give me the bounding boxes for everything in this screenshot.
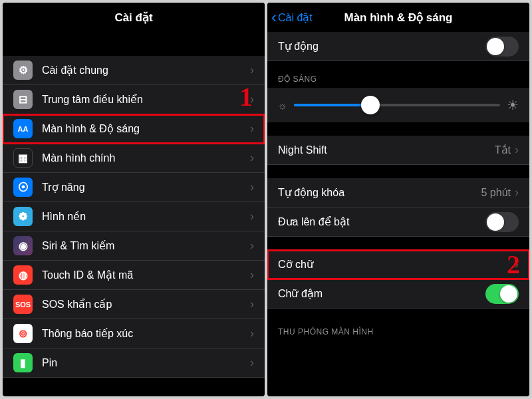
settings-row[interactable]: ▦Màn hình chính›: [3, 144, 265, 173]
settings-row[interactable]: ❁Hình nền›: [3, 202, 265, 231]
brightness-slider-row: ☼ ☀: [267, 88, 529, 122]
row-bold-text[interactable]: Chữ đậm: [267, 279, 529, 309]
settings-root-pane: Cài đặt ⚙Cài đặt chung›⊟Trung tâm điều k…: [3, 3, 265, 396]
row-label: Màn hình chính: [42, 152, 250, 164]
person-icon: ⦿: [13, 178, 33, 197]
row-raise-to-wake[interactable]: Đưa lên để bật: [267, 207, 529, 237]
settings-row[interactable]: ⦿Trợ năng›: [3, 173, 265, 202]
callout-2: 2: [507, 249, 520, 280]
finger-icon: ◍: [13, 265, 33, 285]
row-label: Cỡ chữ: [278, 258, 515, 271]
settings-row[interactable]: ⊚Thông báo tiếp xúc›: [3, 319, 265, 348]
row-auto[interactable]: Tự động: [267, 32, 529, 61]
row-label: SOS khẩn cấp: [42, 298, 250, 311]
chevron-right-icon: ›: [250, 268, 254, 282]
exposure-icon: ⊚: [13, 324, 33, 343]
settings-row[interactable]: ⊟Trung tâm điều khiển›: [3, 85, 265, 114]
row-label: Thông báo tiếp xúc: [42, 327, 250, 340]
row-label: Đưa lên để bật: [278, 215, 485, 228]
display-brightness-pane: ‹ Cài đặt Màn hình & Độ sáng Tự động ĐỘ …: [267, 3, 529, 396]
brightness-slider[interactable]: [294, 104, 500, 106]
row-label: Cài đặt chung: [42, 64, 250, 76]
row-label: Hình nền: [42, 210, 250, 223]
chevron-right-icon: ›: [250, 209, 254, 223]
settings-row[interactable]: AAMàn hình & Độ sáng›: [3, 114, 265, 144]
page-title: Cài đặt: [114, 11, 152, 25]
row-label: Touch ID & Mật mã: [42, 269, 250, 281]
row-label: Night Shift: [278, 144, 495, 156]
flower-icon: ❁: [13, 207, 33, 226]
chevron-right-icon: ›: [515, 186, 519, 200]
chevron-right-icon: ›: [250, 63, 254, 77]
row-label: Chữ đậm: [278, 287, 485, 300]
row-label: Trung tâm điều khiển: [42, 93, 250, 106]
row-text-size[interactable]: Cỡ chữ ›: [267, 250, 529, 279]
row-label: Tự động: [278, 40, 485, 53]
navbar-right: ‹ Cài đặt Màn hình & Độ sáng: [267, 3, 529, 32]
row-detail: Tắt: [495, 144, 511, 156]
settings-row[interactable]: ◍Touch ID & Mật mã›: [3, 261, 265, 290]
section-zoom: THU PHÓNG MÀN HÌNH: [267, 327, 529, 340]
chevron-right-icon: ›: [250, 327, 254, 340]
sun-large-icon: ☀: [507, 97, 519, 113]
back-label: Cài đặt: [278, 11, 313, 24]
row-label: Siri & Tìm kiếm: [42, 239, 250, 252]
chevron-right-icon: ›: [250, 180, 254, 194]
battery-icon: ▮: [13, 353, 33, 372]
chevron-right-icon: ›: [250, 239, 254, 253]
toggle-auto[interactable]: [485, 37, 519, 57]
chevron-right-icon: ›: [250, 151, 254, 165]
page-title: Màn hình & Độ sáng: [344, 11, 453, 25]
row-label: Màn hình & Độ sáng: [42, 122, 250, 135]
settings-row[interactable]: ◉Siri & Tìm kiếm›: [3, 231, 265, 261]
chevron-right-icon: ›: [515, 143, 519, 157]
row-label: Pin: [42, 357, 250, 369]
row-detail: 5 phút: [481, 187, 511, 199]
AA-icon: AA: [13, 119, 33, 138]
chevron-right-icon: ›: [250, 122, 254, 136]
chevron-right-icon: ›: [250, 356, 254, 370]
settings-row[interactable]: ▮Pin›: [3, 348, 265, 378]
grid-icon: ▦: [13, 148, 33, 168]
row-auto-lock[interactable]: Tự động khóa 5 phút ›: [267, 178, 529, 207]
settings-row[interactable]: SOSSOS khẩn cấp›: [3, 290, 265, 319]
row-label: Tự động khóa: [278, 186, 481, 199]
back-button[interactable]: ‹ Cài đặt: [271, 3, 313, 32]
row-night-shift[interactable]: Night Shift Tắt ›: [267, 136, 529, 165]
chevron-left-icon: ‹: [271, 9, 277, 25]
navbar-left: Cài đặt: [3, 3, 265, 32]
callout-1: 1: [239, 81, 253, 112]
gear-icon: ⚙: [13, 61, 33, 80]
chevron-right-icon: ›: [250, 297, 254, 311]
sun-small-icon: ☼: [278, 100, 287, 111]
settings-row[interactable]: ⚙Cài đặt chung›: [3, 56, 265, 85]
toggle-bold[interactable]: [485, 284, 519, 304]
row-label: Trợ năng: [42, 181, 250, 194]
toggle-raise[interactable]: [485, 212, 519, 232]
section-brightness: ĐỘ SÁNG: [267, 74, 529, 88]
sliders-icon: ⊟: [13, 90, 33, 109]
SOS-icon: SOS: [13, 295, 33, 314]
siri-icon: ◉: [13, 236, 33, 255]
